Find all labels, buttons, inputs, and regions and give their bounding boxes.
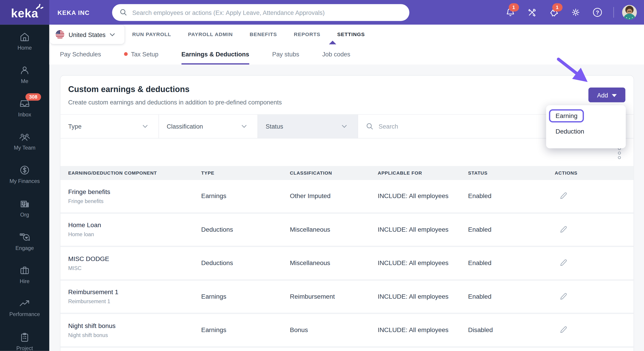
status-cell: Disabled xyxy=(468,326,555,334)
us-flag-icon xyxy=(55,30,65,40)
subtab-pay-stubs[interactable]: Pay stubs xyxy=(272,45,299,65)
subtab-job-codes[interactable]: Job codes xyxy=(322,45,350,65)
applicable-cell: INCLUDE: All employees xyxy=(378,259,468,267)
settings-button[interactable] xyxy=(565,0,587,25)
sidebar-item-my-finances[interactable]: My Finances xyxy=(0,165,49,184)
edit-pencil-icon[interactable] xyxy=(560,259,634,267)
topbar: keka KEKA INC 1 1 xyxy=(0,0,644,25)
table-header: EARNING/DEDUCTION COMPONENT TYPE CLASSIF… xyxy=(60,166,634,180)
panel-title: Custom earnings & deductions xyxy=(68,85,189,94)
global-search[interactable] xyxy=(112,4,409,21)
edit-pencil-icon[interactable] xyxy=(560,192,634,200)
tab-reports[interactable]: REPORTS xyxy=(294,32,320,38)
sidebar-item-project[interactable]: Project xyxy=(0,332,49,351)
chevron-down-icon xyxy=(142,125,148,128)
active-tab-pointer xyxy=(329,41,336,44)
tab-run-payroll[interactable]: RUN PAYROLL xyxy=(132,32,171,38)
classification-filter[interactable]: Classification xyxy=(159,115,258,138)
add-button[interactable]: Add xyxy=(588,88,625,102)
person-icon xyxy=(20,65,30,76)
inbox-count-badge: 308 xyxy=(26,93,41,101)
sidebar-item-home[interactable]: Home xyxy=(0,32,49,51)
home-icon xyxy=(20,32,30,42)
keka-logo-text: keka xyxy=(11,7,38,19)
topbar-divider xyxy=(613,7,614,18)
subtab-tax-setup[interactable]: Tax Setup xyxy=(124,45,158,65)
country-name: United States xyxy=(68,31,106,38)
menu-item-deduction[interactable]: Deduction xyxy=(556,128,626,135)
add-dropdown-menu: Earning Deduction xyxy=(546,105,626,148)
admin-tools-button[interactable] xyxy=(522,0,543,25)
help-button[interactable]: ? xyxy=(586,0,608,25)
country-selector[interactable]: United States xyxy=(50,25,124,44)
component-name: Night shift bonus xyxy=(68,322,201,329)
component-name: Home Loan xyxy=(68,221,201,229)
help-icon: ? xyxy=(592,7,603,18)
sidebar-item-me[interactable]: Me xyxy=(0,65,49,84)
subtab-earnings-deductions[interactable]: Earnings & Deductions xyxy=(182,45,249,65)
sidebar-label-my-team: My Team xyxy=(14,145,36,151)
classification-cell: Miscellaneous xyxy=(290,226,378,233)
col-actions: ACTIONS xyxy=(555,171,634,176)
notifications-button[interactable]: 1 xyxy=(500,0,522,25)
component-cell: Home Loan Home loan xyxy=(68,221,201,237)
sidebar-item-engage[interactable]: Engage xyxy=(0,232,49,251)
more-options-kebab-icon[interactable] xyxy=(618,147,621,159)
tab-benefits[interactable]: BENEFITS xyxy=(250,32,277,38)
classification-cell: Reimbursement xyxy=(290,293,378,300)
status-filter[interactable]: Status xyxy=(258,115,358,138)
type-cell: Deductions xyxy=(201,259,290,267)
sidebar: Home Me 308 Inbox My Team My Finances Or… xyxy=(0,25,49,351)
app-viewport: keka KEKA INC 1 1 xyxy=(0,0,644,351)
engage-chat-icon xyxy=(19,232,30,242)
status-cell: Enabled xyxy=(468,192,555,200)
col-type: TYPE xyxy=(201,171,290,176)
user-avatar[interactable] xyxy=(622,5,637,20)
type-cell: Deductions xyxy=(201,226,290,233)
edit-pencil-icon[interactable] xyxy=(560,326,634,334)
search-icon xyxy=(366,123,374,130)
col-component: EARNING/DEDUCTION COMPONENT xyxy=(68,171,201,176)
component-cell: Reimbursement 1 Reimbursement 1 xyxy=(68,288,201,304)
module-tabs: RUN PAYROLL PAYROLL ADMIN BENEFITS REPOR… xyxy=(132,32,365,38)
sidebar-item-performance[interactable]: Performance xyxy=(0,299,49,317)
chevron-down-icon xyxy=(242,125,247,128)
logo-spark-icon xyxy=(36,4,44,11)
org-building-icon xyxy=(20,198,30,209)
team-icon xyxy=(19,132,30,142)
table-row: MISC DODGE MISC Deductions Miscellaneous… xyxy=(60,247,634,280)
table-search-input[interactable] xyxy=(378,123,503,130)
applicable-cell: INCLUDE: All employees xyxy=(378,192,468,200)
applicable-cell: INCLUDE: All employees xyxy=(378,293,468,300)
global-search-input[interactable] xyxy=(132,8,402,16)
status-cell: Enabled xyxy=(468,293,555,300)
col-classification: CLASSIFICATION xyxy=(290,171,378,176)
panel-subtitle: Create custom earnings and deductions in… xyxy=(68,99,282,106)
sidebar-label-engage: Engage xyxy=(15,245,34,251)
add-button-label: Add xyxy=(597,91,608,98)
tab-payroll-admin[interactable]: PAYROLL ADMIN xyxy=(188,32,233,38)
sidebar-item-org[interactable]: Org xyxy=(0,198,49,218)
whats-new-button[interactable]: 1 xyxy=(543,0,565,25)
type-filter[interactable]: Type xyxy=(60,115,159,138)
tab-settings[interactable]: SETTINGS xyxy=(337,32,365,38)
edit-pencil-icon[interactable] xyxy=(560,226,634,234)
briefcase-icon xyxy=(20,265,30,276)
topbar-actions: 1 1 ? xyxy=(500,0,640,25)
menu-item-earning[interactable]: Earning xyxy=(549,109,584,123)
component-code: MISC xyxy=(68,265,201,271)
component-code: Night shift bonus xyxy=(68,332,201,338)
classification-cell: Other Imputed xyxy=(290,192,378,200)
component-code: Fringe benefits xyxy=(68,198,201,204)
sidebar-item-inbox[interactable]: 308 Inbox xyxy=(0,98,49,118)
search-icon xyxy=(120,8,127,16)
sidebar-label-me: Me xyxy=(21,78,28,84)
keka-logo[interactable]: keka xyxy=(0,0,49,25)
col-applicable-for: APPLICABLE FOR xyxy=(378,171,468,176)
subtab-pay-schedules[interactable]: Pay Schedules xyxy=(60,45,101,65)
sidebar-item-hire[interactable]: Hire xyxy=(0,265,49,284)
sidebar-item-my-team[interactable]: My Team xyxy=(0,132,49,151)
gear-icon xyxy=(571,8,581,17)
type-cell: Earnings xyxy=(201,192,290,200)
edit-pencil-icon[interactable] xyxy=(560,292,634,301)
